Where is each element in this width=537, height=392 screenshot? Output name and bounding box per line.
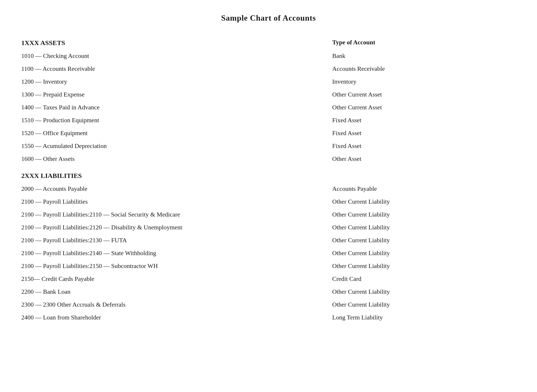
list-item: 1300 — Prepaid Expense Other Current Ass…: [18, 88, 519, 101]
table-header-row: 1XXX ASSETS Type of Account: [18, 36, 519, 49]
account-entry: 1010 — Checking Account: [18, 49, 329, 62]
account-type: Other Current Liability: [329, 285, 519, 298]
account-entry: 2100 — Payroll Liabilities:2110 — Social…: [18, 208, 329, 221]
account-type: Other Current Liability: [329, 234, 519, 247]
list-item: 1520 — Office Equipment Fixed Asset: [18, 127, 519, 140]
list-item: 2100 — Payroll Liabilities:2110 — Social…: [18, 208, 519, 221]
list-item: 2100 — Payroll Liabilities:2140 — State …: [18, 247, 519, 260]
account-entry: 1510 — Production Equipment: [18, 114, 329, 127]
account-entry: 2000 — Accounts Payable: [18, 182, 329, 195]
list-item: 2100 — Payroll Liabilities:2120 — Disabi…: [18, 221, 519, 234]
account-entry: 2100 — Payroll Liabilities:2150 — Subcon…: [18, 260, 329, 272]
page-title: Sample Chart of Accounts: [18, 13, 519, 23]
account-entry: 1550 — Acumulated Depreciation: [18, 140, 329, 152]
account-entry: 1600 — Other Assets: [18, 152, 329, 165]
account-entry: 1300 — Prepaid Expense: [18, 88, 329, 101]
list-item: 1100 — Accounts Receivable Accounts Rece…: [18, 62, 519, 75]
account-type: Other Current Liability: [329, 260, 519, 272]
account-entry: 2400 — Loan from Shareholder: [18, 311, 329, 324]
list-item: 1010 — Checking Account Bank: [18, 49, 519, 62]
account-type: Bank: [329, 49, 519, 62]
list-item: 2000 — Accounts Payable Accounts Payable: [18, 182, 519, 195]
account-type: Accounts Receivable: [329, 62, 519, 75]
account-entry: 2200 — Bank Loan: [18, 285, 329, 298]
account-entry: 2150— Credit Cards Payable: [18, 272, 329, 285]
account-type: Other Current Liability: [329, 298, 519, 311]
list-item: 2300 — 2300 Other Accruals & Deferrals O…: [18, 298, 519, 311]
list-item: 2150— Credit Cards Payable Credit Card: [18, 272, 519, 285]
account-type: Fixed Asset: [329, 114, 519, 127]
list-item: 1510 — Production Equipment Fixed Asset: [18, 114, 519, 127]
account-entry: 1200 — Inventory: [18, 75, 329, 88]
account-type: Accounts Payable: [329, 182, 519, 195]
type-column-header: Type of Account: [329, 36, 519, 49]
list-item: 1550 — Acumulated Depreciation Fixed Ass…: [18, 140, 519, 152]
account-type: Fixed Asset: [329, 127, 519, 140]
list-item: 2100 — Payroll Liabilities:2150 — Subcon…: [18, 260, 519, 272]
account-type: Other Current Asset: [329, 101, 519, 114]
account-type: Other Current Asset: [329, 88, 519, 101]
list-item: 2400 — Loan from Shareholder Long Term L…: [18, 311, 519, 324]
account-type: Credit Card: [329, 272, 519, 285]
account-entry: 2100 — Payroll Liabilities:2120 — Disabi…: [18, 221, 329, 234]
list-item: 1600 — Other Assets Other Asset: [18, 152, 519, 165]
account-entry: 1520 — Office Equipment: [18, 127, 329, 140]
account-entry: 1100 — Accounts Receivable: [18, 62, 329, 75]
liabilities-header-row: 2XXX LIABILITIES: [18, 165, 519, 182]
list-item: 2100 — Payroll Liabilities:2130 — FUTA O…: [18, 234, 519, 247]
account-entry: 2300 — 2300 Other Accruals & Deferrals: [18, 298, 329, 311]
list-item: 2100 — Payroll Liabilities Other Current…: [18, 195, 519, 208]
assets-section-header: 1XXX ASSETS: [18, 36, 329, 49]
liabilities-section-header: 2XXX LIABILITIES: [18, 165, 329, 182]
account-type: Other Current Liability: [329, 221, 519, 234]
list-item: 1400 — Taxes Paid in Advance Other Curre…: [18, 101, 519, 114]
account-type: Other Current Liability: [329, 208, 519, 221]
list-item: 2200 — Bank Loan Other Current Liability: [18, 285, 519, 298]
account-entry: 2100 — Payroll Liabilities:2140 — State …: [18, 247, 329, 260]
list-item: 1200 — Inventory Inventory: [18, 75, 519, 88]
liabilities-type-placeholder: [329, 165, 519, 182]
accounts-table: 1XXX ASSETS Type of Account 1010 — Check…: [18, 36, 519, 324]
account-type: Inventory: [329, 75, 519, 88]
account-entry: 2100 — Payroll Liabilities:2130 — FUTA: [18, 234, 329, 247]
account-type: Other Current Liability: [329, 195, 519, 208]
account-type: Other Asset: [329, 152, 519, 165]
account-entry: 2100 — Payroll Liabilities: [18, 195, 329, 208]
account-type: Long Term Liability: [329, 311, 519, 324]
account-entry: 1400 — Taxes Paid in Advance: [18, 101, 329, 114]
account-type: Fixed Asset: [329, 140, 519, 152]
account-type: Other Current Liability: [329, 247, 519, 260]
